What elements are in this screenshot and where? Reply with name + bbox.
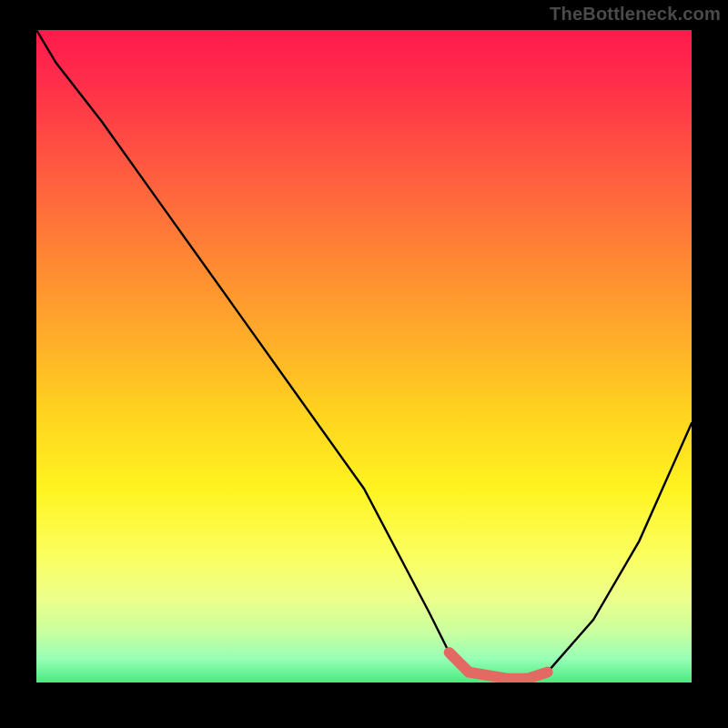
chart-frame: TheBottleneck.com bbox=[0, 0, 728, 728]
plot-area bbox=[36, 30, 692, 685]
highlight-segment bbox=[450, 652, 548, 679]
main-curve bbox=[36, 30, 692, 679]
curve-layer bbox=[36, 30, 692, 685]
attribution-text: TheBottleneck.com bbox=[550, 4, 721, 25]
baseline bbox=[36, 682, 692, 685]
